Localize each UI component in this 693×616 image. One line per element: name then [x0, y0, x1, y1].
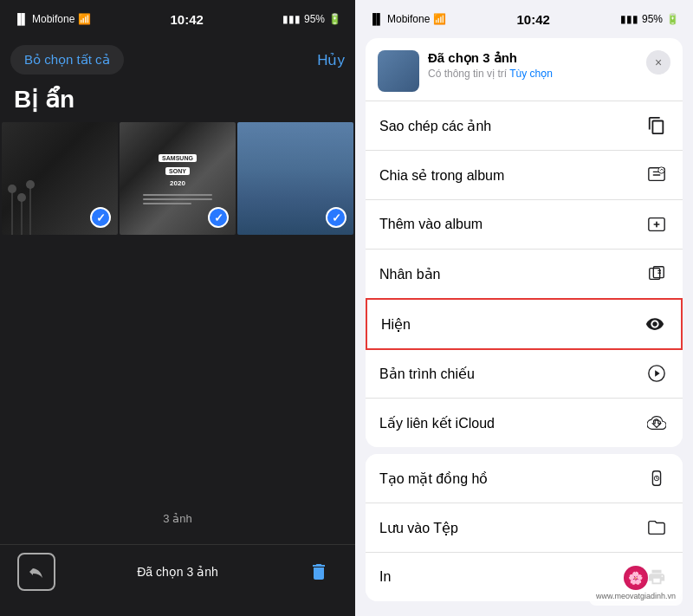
close-button[interactable]: × — [646, 50, 670, 75]
menu-item-save-files[interactable]: Lưu vào Tệp — [366, 503, 683, 553]
photo-item-2[interactable]: SAMSUNG SONY 2020 — [120, 122, 236, 235]
duplicate-icon — [644, 262, 669, 286]
menu-item-duplicate-label: Nhân bản — [379, 266, 441, 282]
comic-line-3 — [143, 203, 191, 204]
plant-stem-1 — [11, 191, 13, 235]
share-button[interactable] — [17, 553, 55, 591]
menu-item-watchface[interactable]: Tạo mặt đồng hồ — [366, 454, 683, 503]
photo-count: 3 ảnh — [163, 512, 191, 525]
share-album-icon — [644, 163, 669, 187]
signal-icon: ▐▌ — [14, 13, 29, 25]
watermark-logo: 🌸 — [624, 566, 648, 590]
status-bar-left: ▐▌ Mobifone 📶 10:42 ▮▮▮ 95% 🔋 — [0, 0, 355, 38]
battery-icon-right: 🔋 — [666, 13, 679, 25]
menu-item-icloud[interactable]: Lấy liên kết iCloud — [366, 399, 683, 447]
photo-item-3[interactable] — [237, 122, 353, 235]
battery-icon-left: 🔋 — [328, 13, 341, 25]
menu-item-share-album-label: Chia sẻ trong album — [379, 167, 504, 184]
plant-head-1 — [8, 185, 16, 193]
album-title: Bị ẩn — [0, 81, 355, 122]
wifi-right-icon: 📶 — [433, 13, 446, 25]
icloud-link-icon — [644, 411, 669, 435]
menu-item-icloud-label: Lấy liên kết iCloud — [379, 415, 495, 431]
comic-line-1 — [143, 194, 212, 196]
cancel-button[interactable]: Hủy — [317, 51, 345, 69]
check-circle-3 — [326, 207, 346, 228]
menu-item-add-album[interactable]: Thêm vào album — [366, 200, 683, 250]
menu-item-copy[interactable]: Sao chép các ảnh — [366, 101, 683, 151]
menu-item-duplicate[interactable]: Nhân bản — [366, 250, 683, 299]
context-link[interactable]: Tùy chọn — [509, 68, 553, 80]
carrier-left: ▐▌ Mobifone 📶 — [14, 13, 91, 25]
wifi-icon: 📶 — [78, 13, 91, 25]
menu-item-share-album[interactable]: Chia sẻ trong album — [366, 151, 683, 200]
right-panel: ▐▌ Mobifone 📶 10:42 ▮▮▮ 95% 🔋 Đã chọn 3 … — [355, 0, 693, 616]
left-panel: ▐▌ Mobifone 📶 10:42 ▮▮▮ 95% 🔋 Bỏ chọn tấ… — [0, 0, 355, 616]
plant-stem-2 — [21, 200, 23, 235]
watermark-url: www.meovatgiadinh.vn — [596, 592, 676, 600]
menu-item-watchface-label: Tạo mặt đồng hồ — [379, 470, 488, 487]
status-bar-right: ▐▌ Mobifone 📶 10:42 ▮▮▮ 95% 🔋 — [355, 0, 693, 38]
bottom-toolbar: Đã chọn 3 ảnh — [0, 544, 355, 616]
check-circle-2 — [208, 207, 229, 228]
check-circle-1 — [90, 207, 111, 228]
time-right: 10:42 — [516, 12, 549, 27]
year-tag-2020: 2020 — [170, 179, 185, 187]
watch-icon — [644, 466, 669, 490]
context-menu-header: Đã chọn 3 ảnh Có thông tin vị trí Tùy ch… — [366, 38, 683, 101]
menu-item-save-files-label: Lưu vào Tệp — [379, 520, 458, 536]
deselect-all-button[interactable]: Bỏ chọn tất cả — [10, 45, 124, 75]
watermark: 🌸 www.meovatgiadinh.vn — [589, 561, 683, 606]
trash-icon — [308, 561, 329, 582]
signal-right-icon: ▐▌ — [369, 13, 384, 25]
menu-item-copy-label: Sao chép các ảnh — [379, 118, 491, 134]
add-album-icon — [644, 212, 669, 237]
photo-grid: SAMSUNG SONY 2020 — [0, 122, 355, 492]
brand-tag-sony: SONY — [165, 167, 190, 175]
photo-item-1[interactable] — [2, 122, 118, 235]
bottom-info: 3 ảnh — [0, 492, 355, 544]
menu-item-add-album-label: Thêm vào album — [379, 217, 483, 232]
context-menu-list: Sao chép các ảnh Chia sẻ trong album Thê… — [366, 101, 683, 447]
selected-label: Đã chọn 3 ảnh — [137, 565, 218, 579]
battery-right: ▮▮▮ 95% 🔋 — [620, 13, 679, 25]
comic-lines — [143, 194, 212, 204]
menu-item-slideshow[interactable]: Bản trình chiếu — [366, 349, 683, 399]
time-left: 10:42 — [170, 12, 203, 27]
slideshow-icon — [644, 361, 669, 386]
plant-head-3 — [26, 180, 35, 189]
menu-item-print-label: In — [379, 569, 391, 585]
brand-tag-samsung: SAMSUNG — [159, 154, 197, 162]
copy-icon — [644, 113, 669, 138]
context-subtitle: Có thông tin vị trí Tùy chọn — [428, 68, 638, 80]
menu-item-show[interactable]: Hiện — [366, 298, 683, 350]
folder-icon — [644, 515, 669, 540]
svg-point-2 — [658, 167, 664, 173]
menu-item-show-label: Hiện — [381, 316, 411, 333]
context-info: Đã chọn 3 ảnh Có thông tin vị trí Tùy ch… — [428, 50, 638, 80]
signal-right-2: ▮▮▮ — [620, 13, 638, 25]
thumb-inner — [378, 50, 419, 92]
plant-stem-3 — [29, 187, 31, 235]
carrier-right: ▐▌ Mobifone 📶 — [369, 13, 446, 25]
plant-head-2 — [17, 193, 26, 202]
menu-item-slideshow-label: Bản trình chiếu — [379, 366, 475, 382]
context-thumbnail — [378, 50, 419, 92]
share-icon — [26, 561, 47, 582]
comic-line-2 — [143, 198, 212, 200]
context-title: Đã chọn 3 ảnh — [428, 50, 638, 66]
top-bar: Bỏ chọn tất cả Hủy — [0, 38, 355, 81]
battery-left: ▮▮▮ 95% 🔋 — [282, 13, 341, 25]
signal-icon-2: ▮▮▮ — [282, 13, 301, 25]
eye-icon — [643, 312, 667, 336]
delete-button[interactable] — [300, 553, 338, 591]
